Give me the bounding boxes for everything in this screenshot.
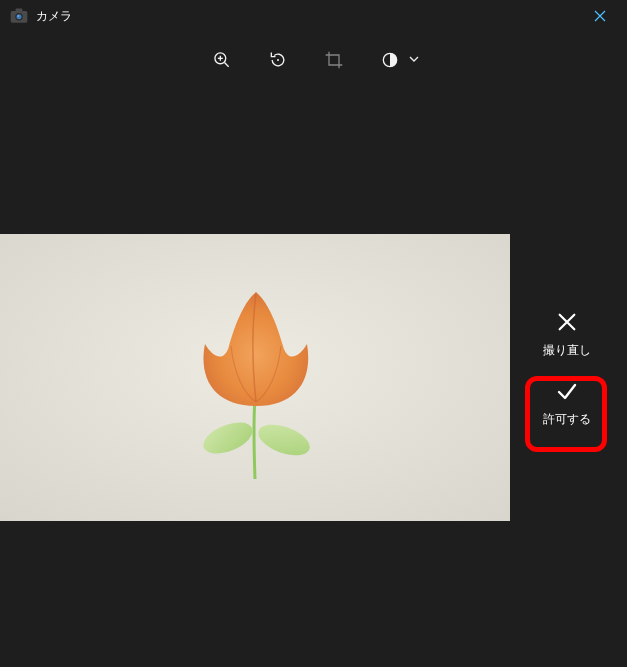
retake-button[interactable]: 撮り直し — [527, 308, 607, 359]
window-close-button[interactable] — [577, 0, 623, 32]
edit-toolbar — [0, 32, 627, 88]
filter-dropdown[interactable] — [376, 46, 420, 74]
accept-button[interactable]: 許可する — [527, 377, 607, 428]
svg-point-4 — [17, 15, 19, 17]
titlebar: カメラ — [0, 0, 627, 32]
zoom-in-button[interactable] — [208, 46, 236, 74]
svg-point-3 — [17, 14, 22, 19]
accept-label: 許可する — [543, 411, 591, 428]
camera-app-icon — [8, 5, 30, 27]
svg-rect-1 — [16, 9, 23, 12]
photo-preview — [0, 234, 510, 521]
chevron-down-icon — [408, 51, 420, 69]
app-title: カメラ — [36, 8, 72, 25]
crop-button[interactable] — [320, 46, 348, 74]
close-icon — [553, 308, 581, 336]
svg-line-6 — [224, 63, 228, 67]
check-icon — [553, 377, 581, 405]
tulip-drawing — [0, 234, 510, 521]
retake-label: 撮り直し — [543, 342, 591, 359]
svg-point-9 — [277, 59, 279, 61]
capture-actions: 撮り直し 許可する — [525, 308, 609, 428]
rotate-button[interactable] — [264, 46, 292, 74]
